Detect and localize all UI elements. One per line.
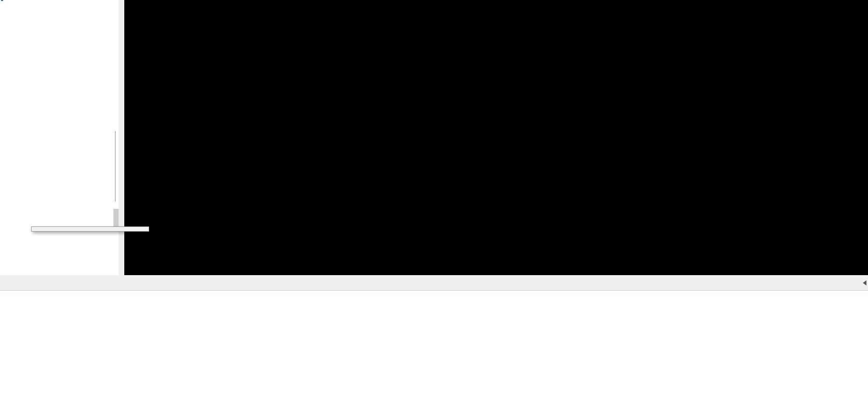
gap-band	[0, 291, 868, 296]
panel-splitter[interactable]	[115, 131, 115, 202]
left-panel	[0, 0, 119, 275]
trades-table	[0, 296, 868, 414]
price-chart[interactable]	[124, 0, 868, 275]
tab-scroll-left-icon[interactable]	[863, 280, 866, 285]
scrollbar-thumb[interactable]	[113, 209, 119, 226]
application-window	[0, 0, 868, 414]
corner-glyph	[1, 0, 3, 1]
context-menu	[31, 226, 149, 232]
chart-tab-bar	[0, 275, 868, 291]
tab-bar-spacer	[0, 275, 124, 290]
